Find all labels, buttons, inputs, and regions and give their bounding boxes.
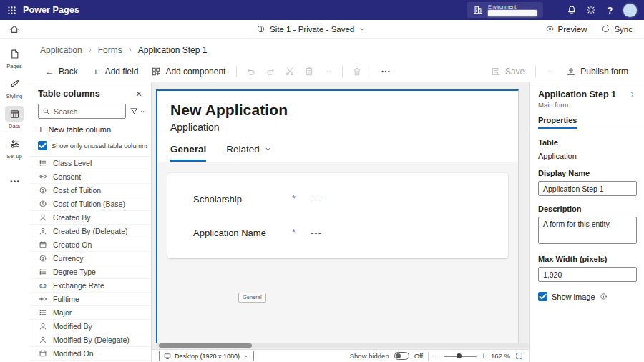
table-column-item[interactable]: Major [29,306,151,320]
description-label: Description [538,205,637,213]
tab-label: Related [226,144,260,155]
undo-button[interactable] [242,63,260,80]
home-icon [9,24,19,34]
slider-thumb[interactable] [457,353,462,358]
zoom-level: 162 % [491,352,510,360]
table-column-item[interactable]: Modified By [29,320,151,333]
table-column-item[interactable]: $Cost of Tuition [29,184,151,197]
section-tag: General [238,293,266,303]
account-avatar[interactable] [623,4,637,17]
info-icon[interactable] [600,293,608,300]
breadcrumb-item[interactable]: Application Step 1 [138,45,208,55]
notifications-button[interactable] [562,0,581,20]
table-column-item[interactable]: Consent [29,170,151,184]
publish-form-button[interactable]: Publish form [560,64,634,79]
tab-properties[interactable]: Properties [538,116,577,129]
table-column-item[interactable]: Class Level [29,157,151,170]
table-column-item[interactable]: 0.0Exchange Rate [29,279,151,293]
site-title: Site 1 - Private - Saved [270,25,354,34]
table-column-item[interactable]: Created By (Delegate) [29,225,151,238]
checkbox-checked-icon[interactable] [538,292,547,301]
breadcrumb-item[interactable]: Application [40,45,82,55]
cut-button[interactable] [280,63,298,80]
close-panel-button[interactable]: × [134,89,144,99]
unused-columns-label: Show only unused table columns [52,142,147,150]
more-commands-button[interactable] [376,63,394,80]
home-button[interactable] [0,20,29,39]
show-image-option[interactable]: Show image [538,292,637,301]
monitor-icon [164,353,171,360]
show-image-label: Show image [552,293,595,301]
search-box[interactable] [38,104,126,119]
sync-button[interactable]: Sync [601,24,633,34]
rail-item-setup[interactable]: Set up [1,134,27,161]
fit-screen-icon[interactable] [515,352,523,360]
table-column-item[interactable]: Created On [29,238,151,252]
new-table-column-button[interactable]: + New table column [29,119,151,137]
settings-button[interactable] [581,0,600,20]
breadcrumb-item[interactable]: Forms [98,45,122,55]
table-column-item[interactable]: $Currency [29,252,151,265]
back-button[interactable]: ← Back [39,64,84,79]
app-header: Power Pages Environment ? [0,0,644,20]
form-section-card[interactable]: Scholarship*---Application Name*--- [167,173,508,258]
add-component-button[interactable]: Add component [145,64,231,79]
table-column-item[interactable]: $Cost of Tuition (Base) [29,197,151,211]
form-tab-related[interactable]: Related [226,144,272,162]
device-selector[interactable]: Desktop (1920 x 1080) [159,351,254,361]
unused-columns-filter[interactable]: Show only unused table columns [29,137,151,156]
rail-item-styling[interactable]: Styling [1,74,27,101]
rail-item-tile [5,136,24,152]
clipboard-menu-button[interactable] [319,63,337,80]
max-width-input[interactable] [538,267,637,282]
paste-button[interactable] [300,63,318,80]
form-field[interactable]: Scholarship*--- [193,185,501,212]
table-column-label: Fulltime [53,295,79,303]
table-column-item[interactable]: Degree Type [29,265,151,279]
redo-button[interactable] [261,63,279,80]
table-column-item[interactable]: Modified By (Delegate) [29,333,151,347]
tab-label: General [170,144,206,155]
svg-text:$: $ [42,202,44,206]
rail-item-data[interactable]: Data [1,104,27,131]
filter-button[interactable] [128,105,147,117]
currency-icon: $ [39,254,47,263]
site-menu[interactable]: Site 1 - Private - Saved [256,24,366,34]
scrollbar-thumb[interactable] [159,343,252,348]
search-input[interactable] [54,107,122,116]
rail-item-more[interactable] [1,172,27,190]
help-button[interactable]: ? [600,0,620,20]
table-column-item[interactable]: Fulltime [29,293,151,306]
description-input[interactable]: A form for this entity. [538,217,637,244]
table-column-item[interactable]: Modified On [29,347,151,361]
table-label: Table [538,138,637,147]
toolbar-divider [371,66,371,77]
form-preview[interactable]: New Application Application GeneralRelat… [156,89,519,343]
rail-item-pages[interactable]: Pages [1,44,27,71]
zoom-out-button[interactable]: − [434,352,438,360]
environment-picker[interactable]: Environment [467,2,543,18]
trash-icon [352,67,362,77]
search-icon [42,107,50,115]
save-button[interactable]: Save [485,64,530,79]
zoom-in-button[interactable]: + [482,352,486,360]
sync-icon [601,24,610,34]
expand-panel-button[interactable] [628,90,637,99]
form-tab-general[interactable]: General [170,144,206,162]
add-component-label: Add component [165,67,225,77]
table-column-item[interactable]: Created By [29,211,151,225]
preview-button[interactable]: Preview [545,24,587,34]
delete-button[interactable] [348,63,366,80]
save-menu-button[interactable] [541,63,559,80]
add-field-button[interactable]: + Add field [85,64,145,79]
app-launcher-button[interactable] [0,0,23,20]
decimal-icon: 0.0 [39,281,47,290]
checkbox-checked-icon[interactable] [38,141,47,150]
show-hidden-toggle[interactable] [394,352,409,360]
display-name-input[interactable] [538,181,637,196]
back-label: Back [59,67,78,77]
form-field[interactable]: Application Name*--- [193,219,501,246]
horizontal-scrollbar[interactable] [156,343,529,348]
footer-divider [428,352,429,361]
zoom-slider[interactable] [444,353,477,360]
